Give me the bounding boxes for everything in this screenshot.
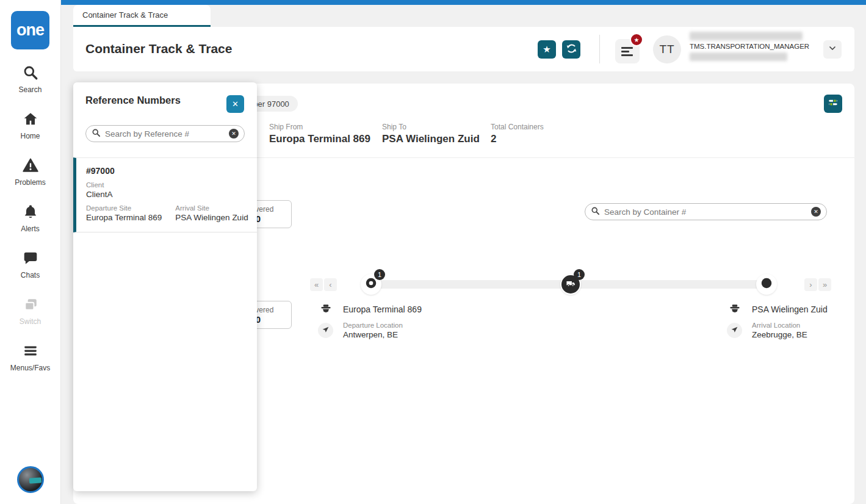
sidebar-item-label: Switch bbox=[20, 317, 41, 326]
ship-from-block: Ship From Europa Terminal 869 bbox=[269, 123, 370, 145]
arrival-location-label: Arrival Location bbox=[752, 322, 807, 329]
client-value: ClientA bbox=[86, 190, 257, 199]
notification-badge: ★ bbox=[630, 33, 643, 46]
origin-count-badge: 1 bbox=[374, 269, 385, 280]
total-containers-value: 2 bbox=[491, 133, 544, 145]
search-icon bbox=[591, 206, 600, 218]
total-containers-label: Total Containers bbox=[491, 123, 544, 131]
search-icon bbox=[23, 65, 38, 83]
chevrons-left-icon: « bbox=[314, 280, 319, 289]
favorite-button[interactable]: ★ bbox=[538, 40, 556, 59]
clear-glyph: ✕ bbox=[231, 131, 236, 137]
sidebar-item-search[interactable]: Search bbox=[0, 61, 61, 107]
switch-icon bbox=[23, 297, 38, 315]
list-lines-icon bbox=[621, 47, 633, 56]
filter-settings-button[interactable] bbox=[824, 95, 842, 113]
sidebar-item-chats[interactable]: Chats bbox=[0, 247, 61, 293]
redacted-username bbox=[690, 32, 803, 40]
sliders-icon bbox=[827, 96, 839, 111]
container-search-input[interactable] bbox=[604, 207, 807, 217]
panel-close-button[interactable]: ✕ bbox=[226, 95, 244, 113]
ship-from-value: Europa Terminal 869 bbox=[269, 133, 370, 145]
vehicle-count-badge: 1 bbox=[574, 269, 585, 280]
timeline-first-button[interactable]: « bbox=[310, 278, 323, 291]
timeline-last-button[interactable]: » bbox=[818, 278, 831, 291]
sidebar-item-menus-favs[interactable]: Menus/Favs bbox=[0, 339, 61, 386]
chevron-right-icon: › bbox=[809, 280, 812, 289]
clear-glyph: ✕ bbox=[814, 209, 818, 215]
refresh-button[interactable] bbox=[562, 40, 580, 59]
ship-icon bbox=[320, 303, 332, 317]
vehicle-badge-value: 1 bbox=[577, 271, 581, 278]
navigation-arrow-icon bbox=[322, 325, 330, 336]
chevron-down-icon bbox=[828, 43, 837, 56]
tab-container-track-trace[interactable]: Container Track & Trace bbox=[73, 5, 211, 27]
timeline-next-button[interactable]: › bbox=[804, 278, 817, 291]
client-label: Client bbox=[86, 181, 257, 189]
user-avatar[interactable]: TT bbox=[653, 35, 681, 63]
ship-to-block: Ship To PSA Wielingen Zuid bbox=[382, 123, 480, 145]
header-divider bbox=[599, 35, 600, 63]
sidebar-item-problems[interactable]: Problems bbox=[0, 154, 61, 200]
ship-icon bbox=[729, 303, 741, 317]
departure-site-value: Europa Terminal 869 bbox=[86, 213, 162, 222]
arrival-location-value: Zeebrugge, BE bbox=[752, 330, 807, 339]
star-icon: ★ bbox=[543, 44, 550, 55]
reference-list-item[interactable]: #97000 Client ClientA Departure Site Eur… bbox=[73, 157, 257, 232]
arrival-site-value: PSA Wielingen Zuid bbox=[175, 213, 248, 222]
sidebar-item-label: Home bbox=[20, 132, 40, 140]
refresh-icon bbox=[566, 43, 577, 57]
top-accent-bar bbox=[61, 0, 866, 5]
sidebar-item-label: Problems bbox=[15, 178, 46, 187]
one-logo[interactable]: one bbox=[11, 11, 49, 49]
user-menu-button[interactable] bbox=[823, 40, 842, 59]
reference-search-input[interactable] bbox=[105, 129, 225, 139]
destination-name: PSA Wielingen Zuid bbox=[752, 304, 828, 314]
page-title: Container Track & Trace bbox=[85, 41, 232, 56]
ship-to-value: PSA Wielingen Zuid bbox=[382, 133, 480, 145]
clear-search-icon[interactable]: ✕ bbox=[811, 207, 821, 217]
tab-label: Container Track & Trace bbox=[82, 10, 168, 20]
departure-location-value: Antwerpen, BE bbox=[343, 330, 403, 339]
badge-star-icon: ★ bbox=[634, 37, 640, 43]
timeline-destination-node[interactable] bbox=[756, 274, 777, 295]
panel-title: Reference Numbers bbox=[85, 95, 181, 106]
clear-search-icon[interactable]: ✕ bbox=[229, 129, 239, 139]
origin-badge-value: 1 bbox=[378, 271, 381, 278]
reference-numbers-panel: Reference Numbers ✕ ✕ #97000 Client Clie… bbox=[73, 82, 257, 491]
warning-icon bbox=[23, 157, 38, 176]
sidebar-nav: Search Home Problems Alerts Chats Switch… bbox=[0, 61, 60, 386]
avatar-initials: TT bbox=[659, 43, 674, 56]
ship-from-label: Ship From bbox=[269, 123, 370, 131]
sidebar-item-label: Alerts bbox=[21, 225, 40, 233]
sidebar-item-label: Chats bbox=[21, 271, 40, 279]
arrival-nav-circle bbox=[727, 323, 742, 338]
bell-icon bbox=[23, 204, 38, 222]
search-icon bbox=[92, 128, 101, 140]
sidebar-item-home[interactable]: Home bbox=[0, 107, 61, 154]
reference-search: ✕ bbox=[85, 125, 245, 142]
origin-name: Europa Terminal 869 bbox=[343, 304, 422, 314]
departure-nav-circle bbox=[318, 323, 333, 338]
chevrons-right-icon: » bbox=[823, 280, 827, 289]
page-header: Container Track & Trace ★ ★ TT TMS.TRANS… bbox=[73, 27, 854, 71]
sidebar-item-switch: Switch bbox=[0, 293, 61, 339]
ship-to-label: Ship To bbox=[382, 123, 480, 131]
timeline-prev-button[interactable]: ‹ bbox=[324, 278, 337, 291]
user-role: TMS.TRANSPORTATION_MANAGER bbox=[690, 43, 812, 50]
redacted-org bbox=[690, 52, 787, 61]
total-containers-block: Total Containers 2 bbox=[491, 123, 544, 145]
navigation-arrow-icon bbox=[731, 325, 738, 336]
assistant-visor bbox=[29, 477, 42, 483]
home-icon bbox=[23, 111, 38, 129]
chevron-left-icon: ‹ bbox=[329, 280, 331, 289]
close-icon: ✕ bbox=[232, 99, 239, 109]
sidebar-item-alerts[interactable]: Alerts bbox=[0, 200, 61, 247]
hamburger-icon bbox=[23, 343, 38, 361]
departure-site-label: Departure Site bbox=[86, 204, 162, 212]
departure-location-label: Departure Location bbox=[343, 322, 403, 329]
assistant-avatar-icon[interactable] bbox=[17, 466, 44, 493]
reference-number: #97000 bbox=[86, 166, 257, 176]
chat-icon bbox=[23, 250, 38, 268]
sidebar-item-label: Search bbox=[18, 85, 41, 94]
